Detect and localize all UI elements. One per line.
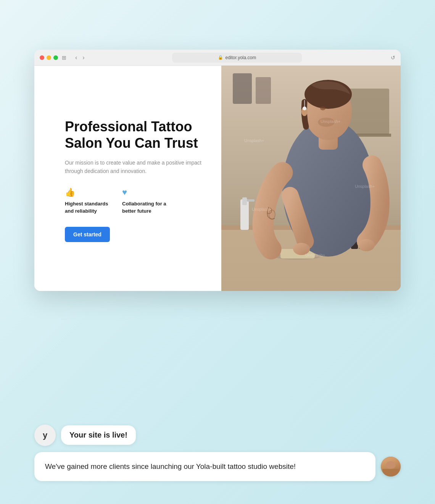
maximize-button[interactable] bbox=[53, 55, 58, 60]
back-button[interactable]: ‹ bbox=[73, 53, 79, 62]
close-button[interactable] bbox=[40, 55, 44, 60]
yola-avatar: y bbox=[34, 425, 56, 446]
tattoo-artist-illustration: Unsplash+ Unsplash+ Unsplash+ Unsplash+ … bbox=[221, 66, 401, 291]
testimonial-bubble: We've gained more clients since launchin… bbox=[34, 452, 375, 481]
user-avatar bbox=[381, 457, 401, 477]
get-started-button[interactable]: Get started bbox=[65, 227, 110, 242]
svg-point-22 bbox=[320, 107, 325, 110]
chat-bubble-row-1: y Your site is live! bbox=[34, 425, 401, 446]
feature-1-label: Highest standards and reliability bbox=[65, 200, 111, 214]
feature-item-1: 👍 Highest standards and reliability bbox=[65, 187, 111, 214]
site-title: Professional Tattoo Salon You Can Trust bbox=[65, 118, 202, 151]
svg-point-20 bbox=[303, 107, 306, 110]
svg-point-25 bbox=[358, 239, 375, 251]
heart-icon: ♥ bbox=[122, 187, 168, 197]
user-face bbox=[381, 457, 401, 477]
yola-letter: y bbox=[43, 430, 47, 440]
svg-text:Unsplash+: Unsplash+ bbox=[321, 119, 340, 124]
chat-section: y Your site is live! We've gained more c… bbox=[34, 425, 401, 481]
live-message-text: Your site is live! bbox=[69, 431, 127, 439]
website-left-panel: Professional Tattoo Salon You Can Trust … bbox=[34, 66, 221, 291]
lock-icon: 🔒 bbox=[218, 55, 223, 60]
reload-button[interactable]: ↺ bbox=[391, 55, 395, 61]
svg-rect-8 bbox=[242, 197, 247, 205]
chat-testimonial-row: We've gained more clients since launchin… bbox=[34, 452, 401, 481]
traffic-lights bbox=[40, 55, 58, 60]
testimonial-text: We've gained more clients since launchin… bbox=[45, 461, 365, 472]
svg-rect-3 bbox=[233, 73, 252, 104]
feature-item-2: ♥ Collaborating for a better future bbox=[122, 187, 168, 214]
forward-button[interactable]: › bbox=[81, 53, 86, 62]
website-right-panel: Unsplash+ Unsplash+ Unsplash+ Unsplash+ … bbox=[221, 66, 401, 291]
browser-toolbar: ⊞ ‹ › 🔒 editor.yola.com ↺ bbox=[34, 50, 401, 66]
url-text: editor.yola.com bbox=[225, 55, 256, 60]
svg-text:Unsplash+: Unsplash+ bbox=[305, 253, 325, 257]
svg-rect-4 bbox=[256, 77, 271, 104]
live-notification-bubble: Your site is live! bbox=[61, 425, 136, 445]
features-row: 👍 Highest standards and reliability ♥ Co… bbox=[65, 187, 202, 214]
svg-text:Unsplash+: Unsplash+ bbox=[355, 184, 375, 189]
svg-text:Unsplash+: Unsplash+ bbox=[244, 138, 264, 143]
photo-background: Unsplash+ Unsplash+ Unsplash+ Unsplash+ … bbox=[221, 66, 401, 291]
website-content: Professional Tattoo Salon You Can Trust … bbox=[34, 66, 401, 291]
svg-text:Unsplash+: Unsplash+ bbox=[252, 207, 272, 212]
minimize-button[interactable] bbox=[47, 55, 51, 60]
sidebar-toggle-icon[interactable]: ⊞ bbox=[62, 55, 66, 61]
svg-rect-9 bbox=[247, 199, 255, 202]
feature-2-label: Collaborating for a better future bbox=[122, 200, 168, 214]
browser-window: ⊞ ‹ › 🔒 editor.yola.com ↺ Professional T… bbox=[34, 50, 401, 291]
site-description: Our mission is to create value and make … bbox=[65, 158, 202, 176]
address-bar[interactable]: 🔒 editor.yola.com bbox=[172, 53, 302, 63]
nav-buttons: ‹ › bbox=[73, 53, 87, 62]
thumbs-up-icon: 👍 bbox=[65, 187, 111, 197]
